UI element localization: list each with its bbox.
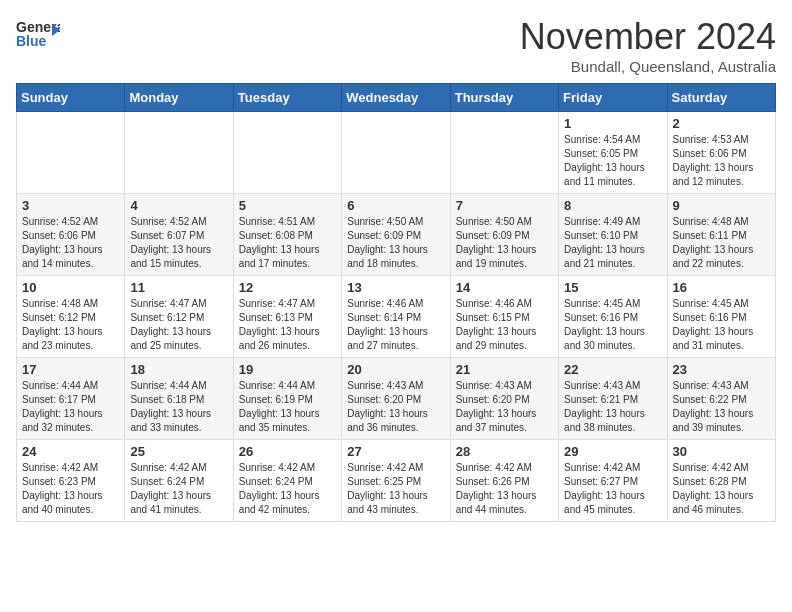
location: Bundall, Queensland, Australia [520, 58, 776, 75]
table-row: 12 Sunrise: 4:47 AMSunset: 6:13 PMDaylig… [233, 276, 341, 358]
day-detail: Sunrise: 4:43 AMSunset: 6:21 PMDaylight:… [564, 379, 661, 435]
day-detail: Sunrise: 4:45 AMSunset: 6:16 PMDaylight:… [564, 297, 661, 353]
day-number: 13 [347, 280, 444, 295]
day-detail: Sunrise: 4:52 AMSunset: 6:06 PMDaylight:… [22, 215, 119, 271]
day-number: 28 [456, 444, 553, 459]
day-detail: Sunrise: 4:46 AMSunset: 6:14 PMDaylight:… [347, 297, 444, 353]
header-wednesday: Wednesday [342, 84, 450, 112]
day-number: 22 [564, 362, 661, 377]
table-row: 25 Sunrise: 4:42 AMSunset: 6:24 PMDaylig… [125, 440, 233, 522]
day-detail: Sunrise: 4:44 AMSunset: 6:19 PMDaylight:… [239, 379, 336, 435]
day-detail: Sunrise: 4:47 AMSunset: 6:12 PMDaylight:… [130, 297, 227, 353]
day-detail: Sunrise: 4:53 AMSunset: 6:06 PMDaylight:… [673, 133, 770, 189]
day-number: 2 [673, 116, 770, 131]
day-number: 3 [22, 198, 119, 213]
table-row [450, 112, 558, 194]
table-row: 11 Sunrise: 4:47 AMSunset: 6:12 PMDaylig… [125, 276, 233, 358]
page-header: General Blue November 2024 Bundall, Quee… [16, 16, 776, 75]
calendar-row: 10 Sunrise: 4:48 AMSunset: 6:12 PMDaylig… [17, 276, 776, 358]
day-number: 29 [564, 444, 661, 459]
day-number: 5 [239, 198, 336, 213]
table-row: 21 Sunrise: 4:43 AMSunset: 6:20 PMDaylig… [450, 358, 558, 440]
table-row: 2 Sunrise: 4:53 AMSunset: 6:06 PMDayligh… [667, 112, 775, 194]
day-number: 4 [130, 198, 227, 213]
day-number: 12 [239, 280, 336, 295]
day-detail: Sunrise: 4:48 AMSunset: 6:11 PMDaylight:… [673, 215, 770, 271]
day-number: 18 [130, 362, 227, 377]
day-number: 19 [239, 362, 336, 377]
day-number: 16 [673, 280, 770, 295]
day-detail: Sunrise: 4:42 AMSunset: 6:24 PMDaylight:… [130, 461, 227, 517]
day-number: 26 [239, 444, 336, 459]
calendar-row: 1 Sunrise: 4:54 AMSunset: 6:05 PMDayligh… [17, 112, 776, 194]
header-monday: Monday [125, 84, 233, 112]
table-row: 26 Sunrise: 4:42 AMSunset: 6:24 PMDaylig… [233, 440, 341, 522]
day-number: 14 [456, 280, 553, 295]
table-row [17, 112, 125, 194]
day-detail: Sunrise: 4:42 AMSunset: 6:27 PMDaylight:… [564, 461, 661, 517]
table-row: 23 Sunrise: 4:43 AMSunset: 6:22 PMDaylig… [667, 358, 775, 440]
month-title: November 2024 [520, 16, 776, 58]
title-area: November 2024 Bundall, Queensland, Austr… [520, 16, 776, 75]
table-row: 10 Sunrise: 4:48 AMSunset: 6:12 PMDaylig… [17, 276, 125, 358]
table-row: 24 Sunrise: 4:42 AMSunset: 6:23 PMDaylig… [17, 440, 125, 522]
table-row: 20 Sunrise: 4:43 AMSunset: 6:20 PMDaylig… [342, 358, 450, 440]
table-row: 14 Sunrise: 4:46 AMSunset: 6:15 PMDaylig… [450, 276, 558, 358]
day-number: 11 [130, 280, 227, 295]
table-row: 18 Sunrise: 4:44 AMSunset: 6:18 PMDaylig… [125, 358, 233, 440]
table-row: 27 Sunrise: 4:42 AMSunset: 6:25 PMDaylig… [342, 440, 450, 522]
table-row: 13 Sunrise: 4:46 AMSunset: 6:14 PMDaylig… [342, 276, 450, 358]
table-row: 22 Sunrise: 4:43 AMSunset: 6:21 PMDaylig… [559, 358, 667, 440]
table-row: 16 Sunrise: 4:45 AMSunset: 6:16 PMDaylig… [667, 276, 775, 358]
day-number: 9 [673, 198, 770, 213]
day-detail: Sunrise: 4:54 AMSunset: 6:05 PMDaylight:… [564, 133, 661, 189]
day-number: 27 [347, 444, 444, 459]
logo: General Blue [16, 16, 60, 52]
day-number: 6 [347, 198, 444, 213]
day-detail: Sunrise: 4:50 AMSunset: 6:09 PMDaylight:… [456, 215, 553, 271]
day-detail: Sunrise: 4:45 AMSunset: 6:16 PMDaylight:… [673, 297, 770, 353]
day-detail: Sunrise: 4:42 AMSunset: 6:23 PMDaylight:… [22, 461, 119, 517]
day-number: 7 [456, 198, 553, 213]
day-number: 15 [564, 280, 661, 295]
logo-icon: General Blue [16, 16, 60, 52]
calendar-row: 17 Sunrise: 4:44 AMSunset: 6:17 PMDaylig… [17, 358, 776, 440]
day-detail: Sunrise: 4:51 AMSunset: 6:08 PMDaylight:… [239, 215, 336, 271]
header-tuesday: Tuesday [233, 84, 341, 112]
calendar-table: Sunday Monday Tuesday Wednesday Thursday… [16, 83, 776, 522]
calendar-row: 3 Sunrise: 4:52 AMSunset: 6:06 PMDayligh… [17, 194, 776, 276]
table-row: 7 Sunrise: 4:50 AMSunset: 6:09 PMDayligh… [450, 194, 558, 276]
day-number: 17 [22, 362, 119, 377]
day-detail: Sunrise: 4:46 AMSunset: 6:15 PMDaylight:… [456, 297, 553, 353]
day-detail: Sunrise: 4:50 AMSunset: 6:09 PMDaylight:… [347, 215, 444, 271]
table-row: 29 Sunrise: 4:42 AMSunset: 6:27 PMDaylig… [559, 440, 667, 522]
table-row: 8 Sunrise: 4:49 AMSunset: 6:10 PMDayligh… [559, 194, 667, 276]
day-number: 20 [347, 362, 444, 377]
day-detail: Sunrise: 4:42 AMSunset: 6:28 PMDaylight:… [673, 461, 770, 517]
day-number: 24 [22, 444, 119, 459]
table-row: 17 Sunrise: 4:44 AMSunset: 6:17 PMDaylig… [17, 358, 125, 440]
day-number: 1 [564, 116, 661, 131]
day-detail: Sunrise: 4:43 AMSunset: 6:22 PMDaylight:… [673, 379, 770, 435]
day-detail: Sunrise: 4:43 AMSunset: 6:20 PMDaylight:… [347, 379, 444, 435]
table-row: 6 Sunrise: 4:50 AMSunset: 6:09 PMDayligh… [342, 194, 450, 276]
day-number: 8 [564, 198, 661, 213]
header-sunday: Sunday [17, 84, 125, 112]
table-row [233, 112, 341, 194]
table-row: 28 Sunrise: 4:42 AMSunset: 6:26 PMDaylig… [450, 440, 558, 522]
day-number: 10 [22, 280, 119, 295]
day-detail: Sunrise: 4:44 AMSunset: 6:17 PMDaylight:… [22, 379, 119, 435]
day-detail: Sunrise: 4:49 AMSunset: 6:10 PMDaylight:… [564, 215, 661, 271]
table-row: 3 Sunrise: 4:52 AMSunset: 6:06 PMDayligh… [17, 194, 125, 276]
svg-text:Blue: Blue [16, 33, 47, 49]
table-row: 30 Sunrise: 4:42 AMSunset: 6:28 PMDaylig… [667, 440, 775, 522]
table-row: 5 Sunrise: 4:51 AMSunset: 6:08 PMDayligh… [233, 194, 341, 276]
day-detail: Sunrise: 4:42 AMSunset: 6:24 PMDaylight:… [239, 461, 336, 517]
day-number: 21 [456, 362, 553, 377]
table-row: 19 Sunrise: 4:44 AMSunset: 6:19 PMDaylig… [233, 358, 341, 440]
day-number: 25 [130, 444, 227, 459]
day-detail: Sunrise: 4:47 AMSunset: 6:13 PMDaylight:… [239, 297, 336, 353]
day-number: 30 [673, 444, 770, 459]
day-number: 23 [673, 362, 770, 377]
day-detail: Sunrise: 4:48 AMSunset: 6:12 PMDaylight:… [22, 297, 119, 353]
